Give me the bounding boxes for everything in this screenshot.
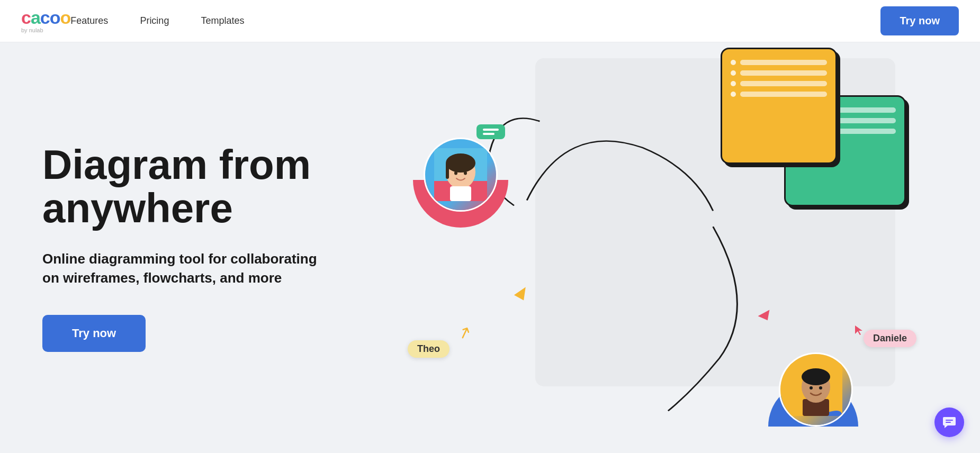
chat-widget-icon [942,415,956,429]
logo-letter: c [40,8,50,26]
svg-point-5 [446,153,475,173]
logo-letter: a [31,8,40,26]
logo-letter: c [21,8,31,26]
chat-widget[interactable] [934,407,964,437]
name-label-theo: Theo [408,340,449,358]
svg-point-14 [810,386,813,389]
yellow-card [721,48,837,164]
nav-links: Features Pricing Templates [70,15,880,26]
hero-title: Diagram from anywhere [42,143,339,230]
card-dot [731,92,736,97]
nav-link-features[interactable]: Features [70,15,108,26]
card-bar [740,60,827,65]
card-row [731,92,827,97]
person-1-face [434,148,487,201]
chat-line [483,129,499,131]
svg-rect-6 [446,163,449,179]
name-label-daniele: Daniele [864,330,916,347]
card-dot [731,60,736,65]
chat-bubble [476,124,505,139]
avatar-bg-1 [425,139,496,210]
logo-letter: o [50,8,60,26]
card-row [731,60,827,65]
card-bar [740,92,827,97]
chat-line [483,133,495,135]
card-dot [731,70,736,76]
card-dot [731,81,736,86]
try-now-button-hero[interactable]: Try now [42,315,146,352]
nav-link-templates[interactable]: Templates [201,15,244,26]
svg-point-15 [819,386,822,389]
person-avatar-1 [424,138,498,212]
avatar-bg-2 [780,354,851,425]
svg-point-8 [454,171,457,175]
arrow-svg [457,325,472,340]
logo[interactable]: cacoo by nulab [21,8,70,33]
card-bar [740,81,827,86]
card-bar [740,70,827,76]
svg-rect-7 [450,186,471,201]
svg-point-13 [802,368,830,385]
svg-point-9 [464,171,467,175]
hero-illustration: Theo Daniele [360,42,938,453]
cursor-svg [854,324,865,336]
hero-content: Diagram from anywhere Online diagramming… [42,42,360,453]
arrow-icon-theo [457,325,473,343]
try-now-button-nav[interactable]: Try now [880,6,959,35]
person-2-face [789,363,842,416]
hero-section: Diagram from anywhere Online diagramming… [0,42,980,453]
nav-link-pricing[interactable]: Pricing [140,15,169,26]
card-row [731,70,827,76]
logo-letter: o [60,8,71,26]
navbar: cacoo by nulab Features Pricing Template… [0,0,980,42]
logo-byline: by nulab [21,27,43,33]
chat-lines [483,129,499,135]
hero-subtitle: Online diagramming tool for collaboratin… [42,249,318,288]
card-row [731,81,827,86]
svg-marker-0 [514,287,526,301]
cursor-icon-daniele [854,324,865,339]
person-avatar-2 [779,352,853,427]
